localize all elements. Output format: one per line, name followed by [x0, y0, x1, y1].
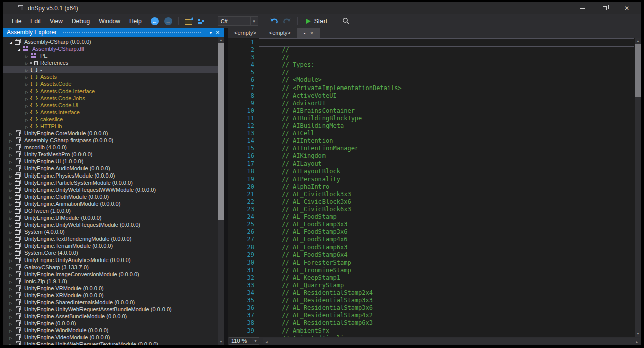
tree-item[interactable]: UnityEngine.UnityWebRequestTextureModule… — [3, 341, 218, 345]
assembly-explorer-header[interactable]: Assembly Explorer — [3, 28, 224, 37]
scroll-up-icon[interactable] — [218, 37, 224, 43]
start-button[interactable]: Start — [302, 16, 331, 26]
document-tab[interactable]: <empty> — [228, 28, 263, 38]
panel-menu-icon[interactable] — [207, 29, 214, 36]
close-icon[interactable] — [619, 3, 634, 13]
tree-item[interactable]: DOTween (1.0.0.0) — [3, 207, 218, 214]
tree-item[interactable]: UnityEngine.UnityAnalyticsModule (0.0.0.… — [3, 256, 218, 264]
expander-icon[interactable] — [24, 88, 30, 94]
expander-icon[interactable] — [8, 194, 14, 200]
expander-icon[interactable] — [24, 53, 30, 59]
menu-item-file[interactable]: File — [7, 16, 26, 27]
expander-icon[interactable] — [24, 123, 30, 129]
tree-item[interactable]: UnityEngine.ParticleSystemModule (0.0.0.… — [3, 179, 218, 186]
tree-item[interactable]: Assembly-CSharp (0.0.0.0) — [3, 38, 218, 45]
tree-item[interactable]: { } Assets.Code — [3, 80, 218, 88]
expander-icon[interactable] — [24, 116, 30, 122]
tree-item[interactable]: UnityEngine.AnimationModule (0.0.0.0) — [3, 200, 218, 207]
expander-icon[interactable] — [8, 165, 14, 171]
scroll-thumb[interactable] — [218, 43, 224, 220]
tree-item[interactable]: { } - — [3, 66, 218, 73]
tree-item[interactable]: UnityEngine (0.0.0.0) — [3, 320, 218, 327]
combo-dropdown-icon[interactable] — [250, 17, 258, 25]
tree-item[interactable]: { } HTTPLib — [3, 123, 218, 130]
tree-item[interactable]: UnityEngine.UnityWebRequestWWWModule (0.… — [3, 186, 218, 193]
tree-item[interactable]: UnityEngine.VideoModule (0.0.0.0) — [3, 334, 218, 341]
tree-item[interactable]: { } Assets.Code.UI — [3, 102, 218, 109]
menu-item-view[interactable]: View — [45, 16, 67, 27]
expander-icon[interactable] — [16, 46, 22, 52]
expander-icon[interactable] — [24, 60, 30, 66]
scroll-track[interactable] — [270, 338, 634, 344]
expander-icon[interactable] — [8, 334, 14, 340]
editor-hscrollbar[interactable] — [263, 338, 640, 344]
tree-item[interactable]: PE — [3, 52, 218, 59]
document-tab[interactable]: - — [297, 28, 320, 38]
tree-item[interactable]: { } cakeslice — [3, 116, 218, 123]
panel-splitter[interactable] — [224, 28, 228, 345]
expander-icon[interactable] — [8, 144, 14, 150]
expander-icon[interactable] — [8, 313, 14, 319]
tree-item[interactable]: UnityEngine.ClothModule (0.0.0.0) — [3, 193, 218, 200]
expander-icon[interactable] — [8, 299, 14, 305]
restore-icon[interactable] — [597, 3, 612, 13]
scroll-up-icon[interactable] — [635, 38, 641, 44]
expander-icon[interactable] — [8, 285, 14, 291]
undo-icon[interactable] — [269, 16, 280, 26]
tree-item[interactable]: Assembly-CSharp.dll — [3, 45, 218, 52]
expander-icon[interactable] — [8, 172, 14, 179]
minimize-icon[interactable] — [575, 3, 590, 13]
tree-item[interactable]: System (4.0.0.0) — [3, 228, 218, 235]
reload-assemblies-icon[interactable] — [196, 16, 207, 26]
scroll-track[interactable] — [218, 43, 224, 338]
scroll-track[interactable] — [635, 44, 641, 330]
scroll-left-icon[interactable] — [263, 336, 270, 345]
open-file-icon[interactable] — [183, 16, 194, 26]
scroll-right-icon[interactable] — [634, 336, 640, 345]
expander-icon[interactable] — [8, 292, 14, 298]
tree-item[interactable]: UnityEngine.WindModule (0.0.0.0) — [3, 327, 218, 334]
tree-item[interactable]: Assembly-CSharp-firstpass (0.0.0.0) — [3, 137, 218, 144]
tree-item[interactable]: References — [3, 59, 218, 66]
expander-icon[interactable] — [8, 264, 14, 270]
zoom-combo-arrow-icon[interactable] — [252, 337, 259, 345]
tree-item[interactable]: UnityEngine.UI (1.0.0.0) — [3, 158, 218, 165]
language-combo[interactable]: C# — [218, 16, 258, 26]
navigate-forward-icon[interactable] — [163, 16, 174, 26]
expander-icon[interactable] — [8, 201, 14, 207]
assembly-tree[interactable]: Assembly-CSharp (0.0.0.0) Assembly-CShar… — [3, 37, 218, 345]
menu-item-edit[interactable]: Edit — [26, 16, 45, 27]
scroll-down-icon[interactable] — [218, 338, 224, 345]
document-tab[interactable]: <empty> — [263, 28, 297, 38]
redo-icon[interactable] — [282, 16, 293, 26]
tree-item[interactable]: GalaxyCSharp (3.133.7.0) — [3, 264, 218, 271]
tree-scrollbar[interactable] — [218, 37, 224, 345]
expander-icon[interactable] — [24, 74, 30, 80]
tree-item[interactable]: System.Core (4.0.0.0) — [3, 249, 218, 256]
tree-item[interactable]: UnityEngine.TextRenderingModule (0.0.0.0… — [3, 235, 218, 242]
search-icon[interactable] — [341, 16, 352, 26]
tree-item[interactable]: UnityEngine.VRModule (0.0.0.0) — [3, 285, 218, 292]
expander-icon[interactable] — [8, 327, 14, 333]
expander-icon[interactable] — [8, 222, 14, 228]
tree-item[interactable]: mscorlib (4.0.0.0) — [3, 144, 218, 151]
navigate-back-icon[interactable] — [149, 16, 160, 26]
expander-icon[interactable] — [8, 341, 14, 345]
menu-item-help[interactable]: Help — [125, 16, 146, 27]
scroll-thumb[interactable] — [635, 44, 641, 97]
expander-icon[interactable] — [8, 278, 14, 284]
expander-icon[interactable] — [24, 95, 30, 101]
expander-icon[interactable] — [8, 215, 14, 221]
tree-item[interactable]: Ionic.Zip (1.9.1.8) — [3, 278, 218, 285]
tree-item[interactable]: Unity.TextMeshPro (0.0.0.0) — [3, 151, 218, 158]
tree-item[interactable]: UnityEngine.XRModule (0.0.0.0) — [3, 292, 218, 299]
expander-icon[interactable] — [8, 137, 14, 143]
expander-icon[interactable] — [8, 229, 14, 235]
tab-close-icon[interactable] — [310, 30, 314, 36]
expander-icon[interactable] — [8, 236, 14, 242]
tree-item[interactable]: UnityEngine.ImageConversionModule (0.0.0… — [3, 271, 218, 278]
expander-icon[interactable] — [8, 130, 14, 136]
tree-item[interactable]: UnityEngine.CoreModule (0.0.0.0) — [3, 130, 218, 137]
menu-item-debug[interactable]: Debug — [67, 16, 94, 27]
expander-icon[interactable] — [8, 306, 14, 312]
